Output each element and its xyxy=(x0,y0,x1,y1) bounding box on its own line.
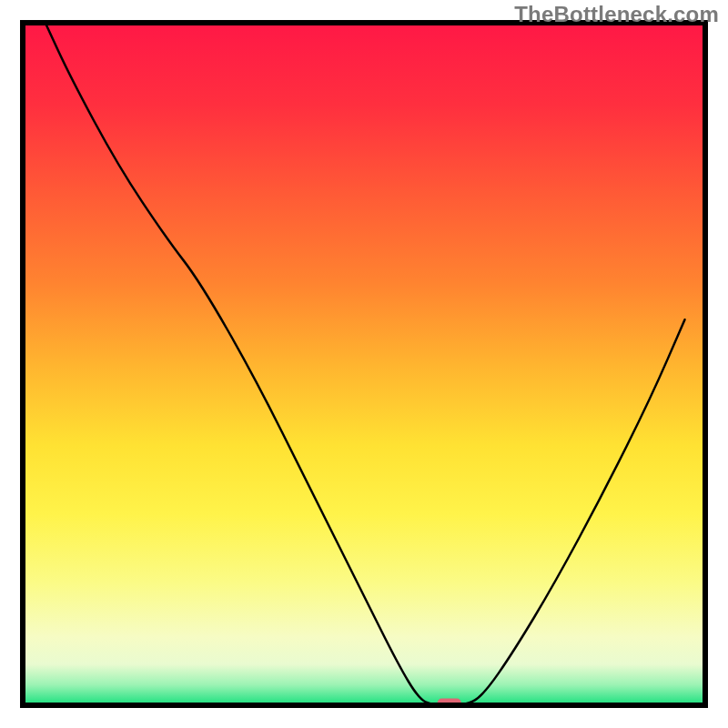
chart-container: { "watermark": "TheBottleneck.com", "cha… xyxy=(0,0,728,728)
watermark-text: TheBottleneck.com xyxy=(514,2,719,27)
svg-rect-0 xyxy=(23,23,705,705)
bottleneck-chart xyxy=(0,0,728,728)
